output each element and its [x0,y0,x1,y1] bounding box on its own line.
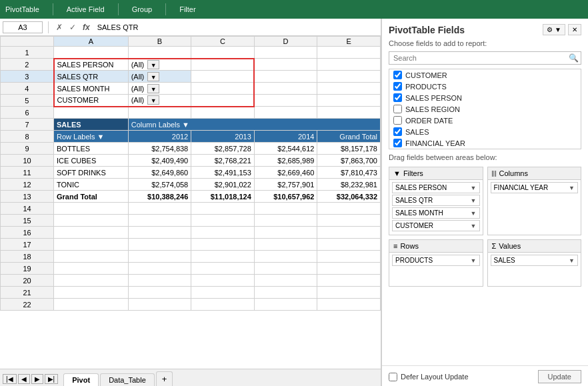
tab-add-button[interactable]: + [156,371,173,386]
formula-fx-icon[interactable]: fx [81,23,92,32]
value-item-sales-dropdown[interactable]: ▼ [569,257,575,264]
field-item-products[interactable]: PRODUCTS [389,81,581,92]
cell-e13[interactable]: $32,064,332 [317,191,381,203]
cell-e11[interactable]: $7,810,473 [317,167,381,179]
cell-d4[interactable] [254,83,317,95]
cell-b7[interactable]: Column Labels ▼ [128,119,380,131]
cell-b1[interactable] [128,47,191,59]
formula-cancel-icon[interactable]: ✗ [54,23,65,32]
cell-b10[interactable]: $2,409,490 [128,155,191,167]
cell-a7[interactable]: SALES [54,119,129,131]
cell-a10[interactable]: ICE CUBES [54,155,129,167]
cell-b6[interactable] [128,107,191,119]
formula-confirm-icon[interactable]: ✓ [67,23,78,32]
filter-item-sales-person[interactable]: SALES PERSON ▼ [392,182,480,193]
filter-item-sales-person-dropdown[interactable]: ▼ [471,185,477,191]
cell-a3[interactable]: SALES QTR [54,71,129,83]
field-checkbox-sales-region[interactable] [393,105,402,113]
cell-b4[interactable]: (All) ▼ [128,83,191,95]
cell-a5[interactable]: CUSTOMER [54,95,129,107]
tab-nav-last[interactable]: ▶| [45,374,59,384]
field-item-financial-year[interactable]: FINANCIAL YEAR [389,137,581,149]
cell-e12[interactable]: $8,232,981 [317,179,381,191]
cell-a8[interactable]: Row Labels ▼ [54,131,129,143]
cell-a2[interactable]: SALES PERSON [54,59,129,71]
pivot-close-button[interactable]: ✕ [568,24,581,35]
cell-b5[interactable]: (All) ▼ [128,95,191,107]
cell-c6[interactable] [191,107,255,119]
filter-item-sales-month[interactable]: SALES MONTH ▼ [392,207,480,219]
defer-label[interactable]: Defer Layout Update [389,373,469,381]
field-checkbox-order-date[interactable] [393,116,402,125]
filter-item-sales-month-dropdown[interactable]: ▼ [471,210,477,217]
cell-c5[interactable] [191,95,255,107]
cell-d6[interactable] [254,107,317,119]
update-button[interactable]: Update [538,370,581,383]
cell-d11[interactable]: $2,669,460 [254,167,317,179]
cell-d10[interactable]: $2,685,989 [254,155,317,167]
cell-d1[interactable] [254,47,317,59]
tab-data-table[interactable]: Data_Table [100,373,155,386]
field-checkbox-sales[interactable] [393,127,402,136]
column-item-financial-year-dropdown[interactable]: ▼ [569,185,575,191]
cell-a11[interactable]: SOFT DRINKS [54,167,129,179]
cell-e1[interactable] [317,47,381,59]
cell-a9[interactable]: BOTTLES [54,143,129,155]
cell-c10[interactable]: $2,768,221 [191,155,255,167]
cell-a12[interactable]: TONIC [54,179,129,191]
cell-b9[interactable]: $2,754,838 [128,143,191,155]
cell-c12[interactable]: $2,901,022 [191,179,255,191]
dropdown-arrow[interactable]: ▼ [147,72,159,81]
cell-e4[interactable] [317,83,381,95]
tab-pivot[interactable]: Pivot [63,373,99,386]
cell-a6[interactable] [54,107,129,119]
filter-item-customer[interactable]: CUSTOMER ▼ [392,220,480,231]
field-item-sales[interactable]: SALES [389,126,581,137]
field-checkbox-financial-year[interactable] [393,139,402,147]
cell-e3[interactable] [317,71,381,83]
field-item-customer[interactable]: CUSTOMER [389,69,581,81]
cell-d5[interactable] [254,95,317,107]
cell-b11[interactable]: $2,649,860 [128,167,191,179]
value-item-sales[interactable]: SALES ▼ [491,255,579,266]
field-item-order-date[interactable]: ORDER DATE [389,115,581,126]
cell-d12[interactable]: $2,757,901 [254,179,317,191]
cell-c2[interactable] [191,59,255,71]
cell-d2[interactable] [254,59,317,71]
field-checkbox-products[interactable] [393,82,402,91]
cell-a4[interactable]: SALES MONTH [54,83,129,95]
row-item-products[interactable]: PRODUCTS ▼ [392,255,480,266]
cell-c9[interactable]: $2,857,728 [191,143,255,155]
search-input[interactable] [389,51,581,65]
cell-e5[interactable] [317,95,381,107]
tab-nav-first[interactable]: |◀ [3,374,17,384]
field-item-sales-region[interactable]: SALES REGION [389,103,581,115]
row-item-products-dropdown[interactable]: ▼ [471,257,477,264]
cell-a13[interactable]: Grand Total [54,191,129,203]
filter-item-sales-qtr[interactable]: SALES QTR ▼ [392,195,480,206]
cell-reference-input[interactable] [3,21,43,33]
filter-item-sales-qtr-dropdown[interactable]: ▼ [471,197,477,204]
dropdown-arrow[interactable]: ▼ [147,95,159,105]
field-checkbox-sales-person[interactable] [393,93,402,102]
pivot-settings-button[interactable]: ⚙ ▼ [543,24,565,35]
cell-d13[interactable]: $10,657,962 [254,191,317,203]
grid-container[interactable]: A B C D E 1 [0,36,381,369]
cell-d3[interactable] [254,71,317,83]
cell-e9[interactable]: $8,157,178 [317,143,381,155]
cell-c3[interactable] [191,71,255,83]
defer-checkbox[interactable] [389,373,397,381]
formula-input[interactable] [95,22,378,33]
cell-b13[interactable]: $10,388,246 [128,191,191,203]
cell-d9[interactable]: $2,544,612 [254,143,317,155]
tab-nav-next[interactable]: ▶ [31,374,43,384]
cell-e6[interactable] [317,107,381,119]
cell-b12[interactable]: $2,574,058 [128,179,191,191]
tab-nav-prev[interactable]: ◀ [18,374,30,384]
cell-c1[interactable] [191,47,255,59]
field-checkbox-customer[interactable] [393,71,402,79]
filter-item-customer-dropdown[interactable]: ▼ [471,223,477,229]
cell-e2[interactable] [317,59,381,71]
cell-c4[interactable] [191,83,255,95]
dropdown-arrow[interactable]: ▼ [147,60,159,69]
